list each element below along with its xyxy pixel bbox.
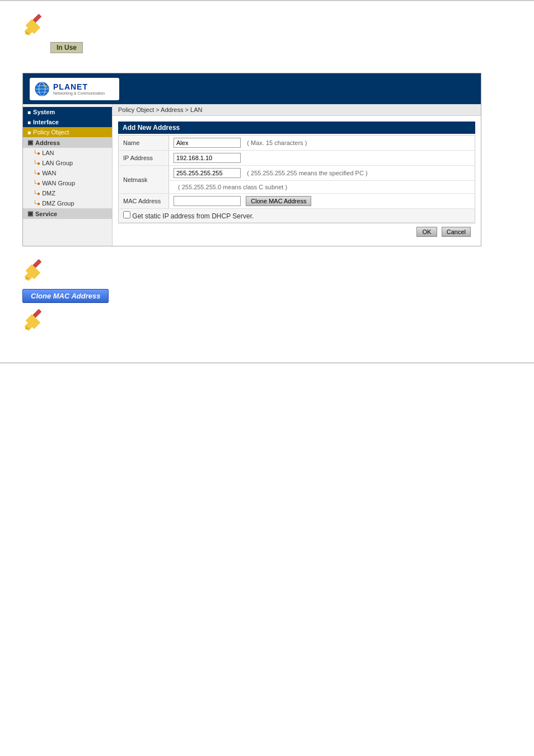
form-buttons: OK Cancel xyxy=(118,223,475,240)
logo-text: PLANET Networking & Communication xyxy=(53,82,105,95)
sidebar-item-wan[interactable]: └● WAN xyxy=(23,168,112,178)
ip-address-row: IP Address xyxy=(119,151,475,166)
router-header: PLANET Networking & Communication xyxy=(23,73,481,104)
form-title: Add New Address xyxy=(118,122,475,134)
dhcp-label: Get static IP address from DHCP Server. xyxy=(132,212,254,220)
dhcp-cell: Get static IP address from DHCP Server. xyxy=(119,209,475,223)
router-body: ■ System ■ Interface ■ Policy Object ▣ A… xyxy=(23,104,481,246)
sidebar-item-service[interactable]: ▣ Service xyxy=(23,208,112,219)
ip-address-label: IP Address xyxy=(119,151,169,166)
netmask-input[interactable] xyxy=(174,168,241,178)
section-2: Clone MAC Address xyxy=(22,258,512,334)
name-input[interactable] xyxy=(174,138,241,148)
name-value-cell: ( Max. 15 characters ) xyxy=(169,136,475,151)
router-form-area: Policy Object > Address > LAN Add New Ad… xyxy=(113,104,481,246)
mac-address-input[interactable] xyxy=(174,196,241,206)
netmask-hint2: ( 255.255.255.0 means class C subnet ) xyxy=(178,184,287,190)
cancel-button[interactable]: Cancel xyxy=(442,227,471,237)
in-use-badge: In Use xyxy=(22,39,512,62)
sidebar-item-dmz-group[interactable]: └● DMZ Group xyxy=(23,198,112,208)
dhcp-checkbox[interactable] xyxy=(123,211,130,218)
note-icon-3 xyxy=(22,307,512,334)
mac-address-row: MAC Address Clone MAC Address xyxy=(119,194,475,209)
sidebar-item-system[interactable]: ■ System xyxy=(23,107,112,117)
clone-mac-address-badge[interactable]: Clone MAC Address xyxy=(22,289,109,303)
sidebar-item-wan-group[interactable]: └● WAN Group xyxy=(23,178,112,188)
netmask-hint1: ( 255.255.255.255 means the specified PC… xyxy=(247,170,367,176)
planet-logo: PLANET Networking & Communication xyxy=(30,78,119,100)
sidebar-item-interface[interactable]: ■ Interface xyxy=(23,117,112,127)
name-hint: ( Max. 15 characters ) xyxy=(247,139,307,146)
name-row: Name ( Max. 15 characters ) xyxy=(119,136,475,151)
clone-mac-badge-container: Clone MAC Address xyxy=(22,284,512,307)
ip-address-input[interactable] xyxy=(174,153,241,163)
netmask-value-cell: ( 255.255.255.255 means the specified PC… xyxy=(169,166,475,181)
note-icon-1 xyxy=(22,12,512,39)
ip-address-value-cell xyxy=(169,151,475,166)
ok-button[interactable]: OK xyxy=(416,227,438,237)
sidebar-item-dmz[interactable]: └● DMZ xyxy=(23,188,112,198)
sidebar-item-policy-object[interactable]: ■ Policy Object xyxy=(23,127,112,137)
router-sidebar: ■ System ■ Interface ■ Policy Object ▣ A… xyxy=(23,104,113,246)
breadcrumb: Policy Object > Address > LAN xyxy=(113,104,481,116)
router-interface-box: PLANET Networking & Communication ■ Syst… xyxy=(22,73,481,246)
bottom-divider xyxy=(0,362,534,363)
netmask-hint2-cell: ( 255.255.255.0 means class C subnet ) xyxy=(169,181,475,194)
mac-address-label: MAC Address xyxy=(119,194,169,209)
mac-address-value-cell: Clone MAC Address xyxy=(169,194,475,209)
clone-mac-button[interactable]: Clone MAC Address xyxy=(246,196,311,206)
address-form-table: Name ( Max. 15 characters ) IP Address xyxy=(118,135,475,223)
netmask-label: Netmask xyxy=(119,166,169,194)
sidebar-item-lan-group[interactable]: └● LAN Group xyxy=(23,158,112,168)
note-icon-2 xyxy=(22,258,512,284)
main-content: In Use PLANET Networking & xyxy=(0,1,534,346)
form-panel: Add New Address Name ( Max. 15 character… xyxy=(113,116,481,246)
sidebar-item-address[interactable]: ▣ Address xyxy=(23,137,112,148)
sidebar-item-lan[interactable]: └● LAN xyxy=(23,148,112,158)
netmask-row: Netmask ( 255.255.255.255 means the spec… xyxy=(119,166,475,181)
netmask-hint-row: ( 255.255.255.0 means class C subnet ) xyxy=(119,181,475,194)
dhcp-checkbox-row: Get static IP address from DHCP Server. xyxy=(119,209,475,223)
name-label: Name xyxy=(119,136,169,151)
